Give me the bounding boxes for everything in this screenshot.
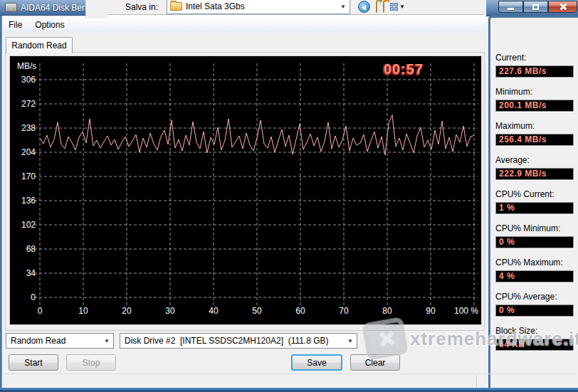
stat-value-box: 4 % [495, 270, 574, 282]
drive-select[interactable]: Disk Drive #2 [INTEL SSDSC2MH120A2] (111… [120, 333, 357, 349]
stat-value-box: 0 % [495, 304, 574, 317]
dialog-filelist-edge [107, 14, 484, 19]
screen: AIDA64 Disk Bench Salva in: Intel Sata 3… [0, 0, 578, 392]
save-in-label: Salva in: [125, 2, 158, 12]
start-button[interactable]: Start [9, 354, 58, 371]
svg-text:102: 102 [21, 220, 36, 230]
tab-label: Random Read [11, 41, 66, 51]
stat-label: CPU% Maximum: [495, 258, 574, 268]
drive-value: Disk Drive #2 [INTEL SSDSC2MH120A2] (111… [125, 336, 329, 346]
up-one-level-icon[interactable]: ↑ [376, 2, 377, 12]
svg-text:80: 80 [382, 306, 392, 316]
clear-button[interactable]: Clear [350, 354, 400, 371]
test-type-select[interactable]: Random Read ▼ [6, 333, 114, 349]
stat-value-box: 200.1 MB/s [495, 100, 574, 112]
svg-text:90: 90 [426, 306, 436, 316]
window-left-border [0, 16, 2, 388]
disk-benchmark-app-icon [5, 3, 17, 12]
menu-options[interactable]: Options [28, 18, 70, 31]
stat-label: CPU% Minimum: [495, 223, 574, 234]
svg-text:20: 20 [122, 306, 132, 316]
throughput-chart: 0346810213617020423827230601020304050607… [9, 55, 482, 325]
stat-group: Current: 227.6 MB/s [495, 53, 574, 78]
svg-text:0: 0 [38, 306, 43, 316]
stat-label: Minimum: [495, 87, 574, 97]
stat-group: CPU% Minimum: 0 % [495, 223, 574, 248]
stat-group: Minimum: 200.1 MB/s [495, 87, 574, 112]
save-dialog-fragment: Salva in: Intel Sata 3Gbs ▼ ↑ * ▼ [85, 0, 486, 18]
svg-text:100 %: 100 % [454, 306, 478, 316]
save-location-combobox[interactable]: Intel Sata 3Gbs ▼ [167, 0, 350, 14]
stat-value-box: 222.9 MB/s [495, 168, 574, 180]
minimize-icon [508, 8, 514, 10]
close-button[interactable] [548, 1, 577, 13]
svg-text:306: 306 [21, 75, 36, 85]
stat-group: CPU% Average: 0 % [495, 292, 574, 317]
svg-text:68: 68 [26, 244, 36, 254]
save-button[interactable]: Save [291, 354, 342, 371]
svg-text:30: 30 [165, 306, 175, 316]
svg-text:136: 136 [21, 196, 36, 206]
svg-text:204: 204 [21, 147, 36, 157]
new-folder-icon[interactable]: * [383, 2, 384, 12]
window-bottom-border [0, 388, 578, 392]
status-bar-divider [476, 375, 477, 386]
menu-bar: File Options [2, 17, 486, 33]
status-bar [2, 374, 576, 388]
svg-text:70: 70 [339, 306, 349, 316]
maximize-icon [532, 4, 539, 10]
svg-text:60: 60 [295, 306, 305, 316]
test-type-value: Random Read [11, 336, 65, 346]
stat-value-box: 0 % [495, 236, 574, 248]
stat-label: Block Size: [495, 326, 574, 337]
svg-text:10: 10 [78, 306, 88, 316]
stat-label: CPU% Current: [495, 189, 574, 200]
save-location-value: Intel Sata 3Gbs [186, 1, 245, 11]
stat-group: CPU% Maximum: 4 % [495, 258, 574, 282]
stat-group: Maximum: 256.4 MB/s [495, 121, 574, 146]
tab-random-read[interactable]: Random Read [6, 37, 73, 53]
svg-text:272: 272 [21, 99, 36, 109]
stat-value-box: 1 % [495, 202, 574, 214]
window-title: AIDA64 Disk Bench [21, 3, 90, 13]
stats-panel: Current: 227.6 MB/s Minimum: 200.1 MB/s … [488, 16, 578, 388]
svg-text:MB/s: MB/s [17, 61, 36, 71]
maximize-button[interactable] [523, 1, 548, 13]
chevron-down-icon: ▼ [340, 4, 346, 10]
svg-text:50: 50 [252, 306, 262, 316]
svg-text:238: 238 [21, 123, 36, 133]
stat-label: CPU% Average: [495, 292, 574, 302]
stat-value-box: 227.6 MB/s [495, 65, 574, 78]
svg-text:170: 170 [21, 171, 36, 181]
chart-canvas: 0346810213617020423827230601020304050607… [10, 56, 481, 324]
stat-group: Average: 222.9 MB/s [495, 155, 574, 180]
stat-value-box: 256.4 MB/s [495, 134, 574, 146]
back-icon[interactable] [358, 1, 370, 13]
stat-label: Current: [495, 53, 574, 63]
close-icon [559, 3, 567, 11]
stat-group: Block Size: 64 KB [495, 326, 574, 351]
stat-label: Maximum: [495, 121, 574, 132]
elapsed-time: 00:57 [375, 61, 432, 78]
chevron-down-icon: ▼ [399, 4, 405, 10]
menu-file[interactable]: File [2, 18, 28, 31]
chevron-down-icon: ▼ [104, 338, 110, 344]
chevron-down-icon: ▼ [347, 338, 353, 344]
stat-value-box: 64 KB [495, 339, 574, 351]
stat-label: Average: [495, 155, 574, 166]
minimize-button[interactable] [498, 1, 523, 13]
stat-group: CPU% Current: 1 % [495, 189, 574, 214]
stop-button[interactable]: Stop [66, 354, 116, 371]
svg-text:0: 0 [31, 292, 36, 302]
folder-icon [170, 2, 182, 11]
svg-text:40: 40 [209, 306, 219, 316]
background-window-titlebar [486, 0, 578, 16]
aida64-titlebar: AIDA64 Disk Bench [0, 0, 90, 16]
svg-text:34: 34 [26, 268, 36, 278]
view-menu-icon[interactable]: ▼ [390, 3, 405, 11]
